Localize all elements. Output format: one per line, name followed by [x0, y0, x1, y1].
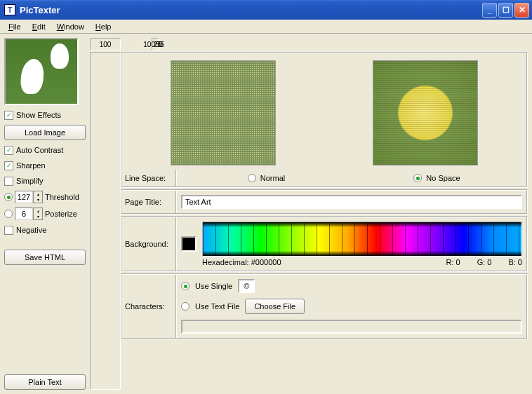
- auto-contrast-checkbox[interactable]: ✓: [4, 146, 13, 155]
- normal-label: Normal: [260, 174, 285, 182]
- load-image-button[interactable]: Load Image: [4, 125, 86, 140]
- line-space-label: Line Space:: [122, 170, 177, 186]
- threshold-input[interactable]: [15, 191, 33, 203]
- r-readout: R: 0: [446, 258, 460, 266]
- normal-radio[interactable]: [248, 174, 256, 182]
- page-title-label: Page Title:: [122, 191, 177, 213]
- choose-file-button[interactable]: Choose File: [245, 299, 305, 314]
- preview-nospace: [373, 60, 478, 165]
- ruler-corner: 100: [90, 38, 121, 50]
- hex-readout: Hexadecimal: #000000: [202, 258, 281, 266]
- right-area: 100 25 50 75 100 Line Space:: [90, 38, 528, 390]
- threshold-label: Threshold: [45, 193, 79, 201]
- ruler-tick: 100: [143, 41, 155, 48]
- use-single-radio[interactable]: [181, 282, 189, 290]
- threshold-spinner[interactable]: ▴▾: [15, 191, 43, 203]
- posterize-radio[interactable]: [4, 210, 13, 218]
- hue-picker[interactable]: [202, 222, 522, 257]
- use-textfile-radio[interactable]: [181, 302, 189, 311]
- simplify-label: Simplify: [16, 177, 44, 185]
- textfile-path-display: [181, 320, 522, 334]
- nospace-radio[interactable]: [413, 174, 422, 182]
- negative-label: Negative: [16, 226, 46, 234]
- show-effects-label: Show Effects: [16, 111, 61, 119]
- save-html-button[interactable]: Save HTML: [4, 250, 86, 265]
- single-char-input[interactable]: [238, 279, 255, 293]
- titlebar: T PicTexter _ ☐ ✕: [0, 0, 532, 20]
- page-title-input[interactable]: [181, 195, 522, 209]
- source-thumbnail: [4, 38, 79, 105]
- menu-help[interactable]: Help: [90, 21, 117, 32]
- sharpen-label: Sharpen: [16, 161, 46, 170]
- characters-label: Characters:: [122, 275, 177, 338]
- ruler-tick: 75: [157, 41, 164, 48]
- menubar: File Edit Window Help: [0, 20, 532, 34]
- plain-text-button[interactable]: Plain Text: [4, 374, 86, 390]
- posterize-spinner[interactable]: ▴▾: [15, 208, 43, 220]
- background-swatch[interactable]: [181, 236, 197, 252]
- maximize-button[interactable]: ☐: [498, 3, 513, 18]
- menu-window[interactable]: Window: [51, 21, 90, 32]
- auto-contrast-label: Auto Contrast: [16, 146, 63, 154]
- window-title: PicTexter: [18, 5, 482, 15]
- left-panel: ✓Show Effects Load Image ✓Auto Contrast …: [4, 38, 86, 390]
- spinner-arrows-icon[interactable]: ▴▾: [33, 208, 43, 220]
- horizontal-ruler[interactable]: 25 50 75 100: [152, 38, 159, 50]
- posterize-label: Posterize: [45, 210, 77, 218]
- app-icon: T: [4, 4, 15, 15]
- negative-checkbox[interactable]: [4, 226, 13, 235]
- sharpen-checkbox[interactable]: ✓: [4, 161, 13, 170]
- simplify-checkbox[interactable]: [4, 177, 13, 186]
- vertical-ruler[interactable]: [90, 52, 121, 390]
- spinner-arrows-icon[interactable]: ▴▾: [33, 191, 43, 203]
- threshold-radio[interactable]: [4, 193, 13, 201]
- posterize-input[interactable]: [15, 208, 33, 220]
- use-single-label: Use Single: [195, 282, 232, 290]
- background-label: Background:: [122, 217, 177, 271]
- nospace-label: No Space: [426, 174, 460, 182]
- minimize-button[interactable]: _: [482, 3, 497, 18]
- use-textfile-label: Use Text File: [195, 302, 239, 311]
- g-readout: G: 0: [477, 258, 492, 266]
- menu-file[interactable]: File: [3, 21, 27, 32]
- close-button[interactable]: ✕: [514, 3, 529, 18]
- preview-normal: [171, 60, 276, 165]
- menu-edit[interactable]: Edit: [27, 21, 51, 32]
- show-effects-checkbox[interactable]: ✓: [4, 111, 13, 120]
- b-readout: B: 0: [508, 258, 522, 266]
